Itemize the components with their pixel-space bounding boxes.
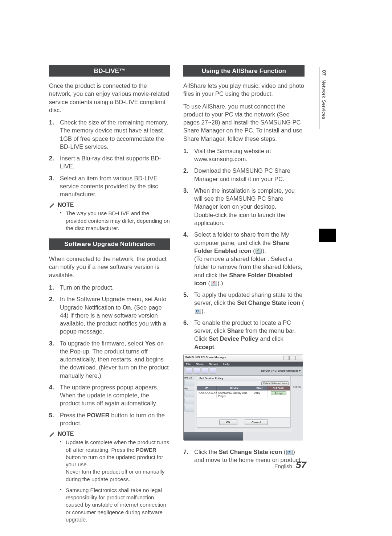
section-side-tab: 07 Network Services (319, 67, 328, 129)
bdlive-notes: The way you use BD-LIVE and the provided… (49, 210, 170, 232)
upgrade-intro: When connected to the network, the produ… (49, 255, 170, 279)
footer-page: 57 (296, 459, 306, 470)
ss-accept-button: Accept (271, 391, 286, 395)
text: from the menu bar. (244, 327, 296, 334)
text: button to turn on the updated product fo… (66, 454, 163, 467)
text: Never turn the product off or on manuall… (66, 469, 164, 482)
text: ( (301, 299, 304, 306)
list-item: The update progress popup appears. When … (49, 383, 170, 408)
ss-right-pane: Set Sh.. (292, 376, 303, 432)
thumb-tab (319, 229, 336, 242)
text: ). (262, 247, 266, 254)
ss-window-title: SAMSUNG PC Share Manager (185, 356, 226, 361)
upgrade-steps: Turn on the product. In the Software Upg… (49, 283, 170, 427)
ss-th-setstate: Set State (268, 386, 290, 390)
side-tab-number: 07 (321, 67, 327, 76)
ss-ok-button: OK (219, 420, 237, 425)
list-item: Visit the Samsung website at www.samsung… (183, 147, 305, 163)
text: To upgrade the firmware, select (60, 340, 145, 347)
list-item: When the installation is complete, you w… (183, 187, 305, 227)
ss-menu-bar: File Share Server Help (184, 362, 303, 367)
bold-text: On (122, 304, 131, 311)
ss-body: My Co Na Set Device Policy Delete (184, 376, 303, 432)
ss-dialog: Set Device Policy Delete Selected Item I… (197, 376, 290, 427)
pc-share-manager-screenshot: SAMSUNG PC Share Manager File Share Serv… (183, 355, 303, 440)
note-text: NOTE (58, 202, 74, 208)
bold-text: Set Device Policy (209, 335, 258, 342)
note-icon (49, 431, 56, 437)
ss-mycomputer-label: My Co (184, 376, 194, 379)
ss-right-label: Set Sh.. (293, 386, 302, 388)
text: Click the (194, 449, 219, 455)
ss-th-state: State (252, 386, 268, 390)
text: When the installation is complete, you w… (194, 187, 295, 210)
ss-left-pane: My Co Na (184, 376, 195, 432)
text: ( (282, 449, 286, 455)
upgrade-notes: Update is complete when the product turn… (49, 439, 170, 523)
list-item: To enable the product to locate a PC ser… (183, 319, 305, 351)
ss-dialog-titlebar: Set Device Policy (197, 376, 290, 381)
ss-status-bar (184, 432, 303, 441)
text: ( (252, 247, 255, 254)
text: Double-click the icon to launch the appl… (194, 212, 285, 226)
text: Click (194, 335, 209, 342)
footer-lang: English (274, 463, 292, 469)
text: ( (207, 280, 210, 286)
ss-table-row: XXX.XXX.X.XX SAMSUNG Blu-ray Disc Player… (197, 390, 290, 398)
page: 07 Network Services BD-LIVE™ Once the pr… (0, 0, 392, 536)
ss-th-device: Device (217, 386, 252, 390)
side-tab-label: Network Services (321, 76, 327, 119)
list-item: In the Software Upgrade menu, set Auto U… (49, 295, 170, 335)
heading-bdlive: BD-LIVE™ (49, 65, 170, 77)
ss-dialog-buttons: OK Cancel (197, 417, 290, 427)
note-icon (49, 202, 56, 208)
share-disabled-icon (210, 281, 217, 286)
ss-toolbar-icons (186, 368, 218, 374)
allshare-steps: Visit the Samsung website at www.samsung… (183, 147, 305, 351)
content-columns: BD-LIVE™ Once the product is connected t… (49, 65, 303, 530)
list-item: Press the POWER button to turn on the pr… (49, 411, 170, 427)
ss-cancel-button: Cancel (245, 420, 268, 425)
text: . (214, 344, 216, 350)
ss-window-controls (283, 356, 301, 361)
ss-titlebar: SAMSUNG PC Share Manager (184, 355, 303, 362)
ss-menu-item: Help (223, 363, 229, 366)
text: ). (201, 308, 205, 314)
share-enabled-icon (255, 248, 262, 254)
bdlive-intro: Once the product is connected to the net… (49, 82, 170, 114)
left-column: BD-LIVE™ Once the product is connected t… (49, 65, 170, 530)
bold-text: Yes (145, 340, 155, 347)
heading-upgrade: Software Upgrade Notification (49, 238, 170, 250)
ss-delete-button: Delete Selected Item (261, 381, 289, 385)
bdlive-steps: Check the size of the remaining memory. … (49, 118, 170, 198)
list-item: To apply the updated sharing state to th… (183, 291, 305, 315)
list-item: Download the SAMSUNG PC Share Manager an… (183, 167, 305, 183)
note-label: NOTE (49, 431, 170, 437)
ss-td-device: SAMSUNG Blu-ray Disc Player (217, 390, 252, 398)
bold-text: Set Change State icon (237, 299, 300, 306)
list-item: The way you use BD-LIVE and the provided… (60, 210, 170, 232)
note-label: NOTE (49, 202, 170, 208)
list-item: Select a folder to share from the My com… (183, 230, 305, 287)
ss-menu-item: Share (196, 363, 204, 366)
ss-menu-item: File (186, 363, 191, 366)
list-item: To upgrade the firmware, select Yes on t… (49, 339, 170, 380)
ss-toolbar: Server : PC Share Manager ▾ (184, 367, 303, 376)
list-item: Samsung Electronics shall take no legal … (60, 487, 170, 523)
list-item: Select an item from various BD-LIVE serv… (49, 174, 170, 199)
page-footer: English 57 (274, 459, 306, 471)
ss-server-label: Server : PC Share Manager ▾ (261, 369, 301, 372)
note-text: NOTE (58, 431, 74, 437)
ss-table-head: IP Device State Set State (197, 386, 290, 390)
ss-td-ip: XXX.XXX.X.XX (197, 390, 217, 398)
list-item: Turn on the product. (49, 283, 170, 291)
bold-text: Share (227, 327, 244, 334)
ss-td-state: Deny (252, 390, 268, 398)
bold-text: POWER (87, 412, 109, 418)
bold-text: Set Change State icon (219, 449, 282, 455)
set-change-state-icon (286, 450, 293, 455)
bold-text: Accept (194, 344, 214, 350)
allshare-para2: To use AllShare, you must connect the pr… (183, 102, 305, 143)
set-change-state-icon (194, 308, 201, 314)
text: Press the (60, 412, 87, 418)
